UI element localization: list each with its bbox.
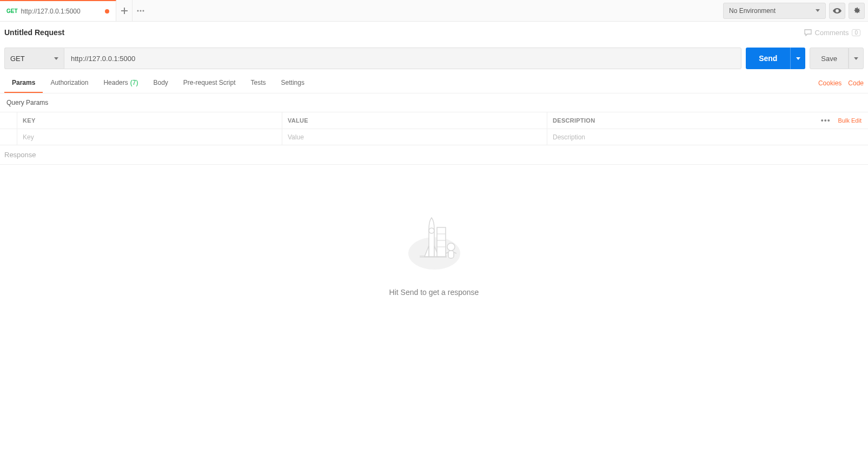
ellipsis-icon (137, 10, 144, 12)
params-table: KEY VALUE DESCRIPTION ••• Bulk Edit (0, 112, 868, 145)
request-title[interactable]: Untitled Request (4, 28, 64, 37)
request-config-tabs-row: Params Authorization Headers (7) Body Pr… (0, 73, 868, 93)
bulk-edit-link[interactable]: Bulk Edit (838, 117, 862, 124)
svg-point-1 (140, 10, 142, 11)
eye-icon (833, 8, 842, 14)
params-checkbox-header (0, 112, 17, 129)
code-link[interactable]: Code (848, 79, 864, 87)
tab-authorization[interactable]: Authorization (43, 73, 96, 93)
chevron-down-icon (816, 9, 820, 12)
params-value-input[interactable] (288, 133, 541, 141)
rocket-illustration-icon (405, 213, 464, 273)
send-button[interactable]: Send (746, 48, 790, 69)
svg-point-10 (447, 243, 455, 251)
chevron-down-icon (854, 57, 858, 60)
svg-point-2 (143, 10, 144, 11)
environment-select[interactable]: No Environment (723, 3, 826, 19)
svg-point-5 (429, 228, 434, 233)
params-row-checkbox[interactable] (0, 129, 17, 145)
response-label: Response (0, 145, 868, 165)
tab-overflow-button[interactable] (132, 0, 149, 21)
query-params-label: Query Params (0, 93, 868, 112)
svg-rect-11 (448, 251, 454, 258)
gear-icon (853, 7, 860, 15)
comments-count-badge: 0 (852, 29, 860, 36)
params-table-tools: ••• Bulk Edit (792, 116, 868, 125)
environment-label: No Environment (729, 7, 776, 15)
method-label: GET (10, 55, 25, 63)
params-table-header: KEY VALUE DESCRIPTION ••• Bulk Edit (0, 112, 868, 129)
response-empty-message: Hit Send to get a response (389, 288, 479, 297)
environment-quicklook-button[interactable] (829, 3, 845, 19)
send-group: Send (746, 48, 805, 69)
save-dropdown-button[interactable] (849, 48, 864, 69)
tab-params[interactable]: Params (4, 73, 43, 93)
chevron-down-icon (796, 57, 800, 60)
params-key-input[interactable] (23, 133, 276, 141)
plus-icon (121, 8, 128, 14)
svg-point-0 (137, 10, 139, 11)
tab-tests[interactable]: Tests (243, 73, 274, 93)
tab-prerequest[interactable]: Pre-request Script (176, 73, 243, 93)
params-value-header: VALUE (282, 112, 547, 129)
new-tab-button[interactable] (116, 0, 132, 21)
environment-area: No Environment (723, 3, 868, 19)
cookies-link[interactable]: Cookies (818, 79, 842, 87)
comment-icon (804, 29, 812, 36)
comments-label: Comments (815, 29, 849, 37)
request-tab[interactable]: GET http://127.0.0.1:5000 (0, 0, 116, 21)
send-dropdown-button[interactable] (790, 48, 805, 69)
tab-method-label: GET (6, 8, 18, 14)
url-input[interactable] (64, 48, 741, 69)
save-button[interactable]: Save (810, 48, 849, 69)
request-title-row: Untitled Request Comments 0 (0, 22, 868, 43)
chevron-down-icon (54, 57, 58, 60)
unsaved-dot-icon (105, 9, 109, 14)
tab-title-label: http://127.0.0.1:5000 (21, 8, 102, 15)
settings-button[interactable] (849, 3, 865, 19)
headers-count-badge: (7) (130, 79, 138, 86)
comments-button[interactable]: Comments 0 (804, 29, 860, 37)
response-empty-state: Hit Send to get a response (0, 165, 868, 297)
tab-settings[interactable]: Settings (274, 73, 312, 93)
params-row (0, 129, 868, 145)
url-row: GET Send Save (0, 43, 868, 73)
save-group: Save (810, 48, 864, 69)
params-key-header: KEY (17, 112, 282, 129)
svg-rect-6 (437, 227, 446, 257)
url-group: GET (4, 48, 741, 69)
request-config-tabs: Params Authorization Headers (7) Body Pr… (4, 73, 312, 93)
tab-headers[interactable]: Headers (7) (96, 73, 145, 93)
params-desc-input[interactable] (553, 133, 787, 141)
params-more-button[interactable]: ••• (821, 116, 831, 125)
tab-body[interactable]: Body (145, 73, 175, 93)
tab-headers-label: Headers (103, 79, 128, 86)
params-desc-header: DESCRIPTION (547, 112, 792, 129)
method-select[interactable]: GET (4, 48, 64, 69)
tab-bar: GET http://127.0.0.1:5000 No Environment (0, 0, 868, 22)
